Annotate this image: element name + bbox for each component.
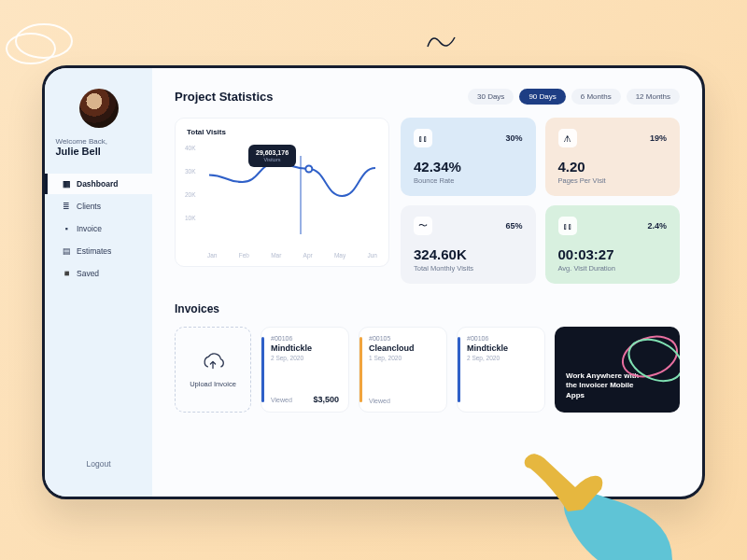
stat-percent: 2.4% bbox=[647, 221, 667, 231]
y-axis: 40K30K20K10K bbox=[185, 145, 196, 221]
range-pill-6months[interactable]: 6 Months bbox=[571, 89, 621, 105]
nav-icon: ▤ bbox=[62, 246, 71, 256]
svg-point-0 bbox=[7, 34, 55, 63]
header: Project Statistics 30 Days90 Days6 Month… bbox=[175, 89, 680, 105]
logout-link[interactable]: Logout bbox=[87, 459, 111, 469]
stat-card-avg-visit-duration[interactable]: ⫾⫾2.4%00:03:27Avg. Visit Duration bbox=[545, 205, 681, 284]
chart-title: Total Visits bbox=[187, 128, 377, 136]
tooltip-label: Visitors bbox=[256, 157, 289, 162]
bars-icon: ⫾⫾ bbox=[414, 129, 432, 147]
trend-icon: 〜 bbox=[414, 217, 432, 235]
stat-percent: 30% bbox=[505, 133, 522, 143]
nav-label: Saved bbox=[77, 269, 99, 278]
invoice-date: 1 Sep, 2020 bbox=[369, 355, 437, 361]
invoice-status: Viewed bbox=[369, 398, 390, 404]
x-tick: Feb bbox=[239, 252, 249, 259]
invoice-id: #00106 bbox=[271, 335, 339, 342]
svg-point-4 bbox=[617, 330, 680, 384]
invoice-name: Mindtickle bbox=[271, 343, 339, 353]
x-tick: Jun bbox=[367, 252, 376, 259]
stat-card-bounce-rate[interactable]: ⫾⫾30%42.34%Bounce Rate bbox=[401, 118, 536, 196]
range-pills: 30 Days90 Days6 Months12 Months bbox=[468, 89, 680, 105]
page-title: Project Statistics bbox=[175, 90, 274, 104]
x-axis: JanFebMarAprMayJun bbox=[207, 252, 377, 259]
pulse-icon: ⩚ bbox=[558, 129, 577, 147]
sidebar-item-clients[interactable]: ≣Clients bbox=[45, 196, 152, 217]
svg-point-3 bbox=[305, 165, 312, 172]
svg-point-1 bbox=[16, 24, 72, 58]
tooltip-value: 29,603,176 bbox=[256, 149, 289, 156]
invoice-id: #00105 bbox=[369, 335, 437, 342]
nav-icon: ▪ bbox=[62, 224, 71, 233]
stat-card-total-monthly-visits[interactable]: 〜65%324.60KTotal Monthly Visits bbox=[401, 205, 536, 284]
nav-label: Estimates bbox=[77, 246, 111, 256]
cloud-upload-icon bbox=[201, 352, 225, 372]
y-tick: 10K bbox=[185, 215, 196, 221]
nav-icon: ≣ bbox=[62, 202, 71, 211]
nav: ▦Dashboard≣Clients▪Invoice▤Estimates◾Sav… bbox=[45, 174, 152, 284]
x-tick: Apr bbox=[303, 252, 313, 259]
sidebar-item-dashboard[interactable]: ▦Dashboard bbox=[45, 174, 152, 194]
stat-label: Bounce Rate bbox=[414, 176, 523, 185]
invoice-date: 2 Sep, 2020 bbox=[271, 355, 339, 361]
range-pill-30days[interactable]: 30 Days bbox=[468, 89, 514, 105]
bars-icon: ⫾⫾ bbox=[558, 217, 577, 235]
y-tick: 30K bbox=[185, 168, 196, 175]
invoice-name: Cleancloud bbox=[369, 343, 437, 353]
welcome-text: Welcome Back, bbox=[56, 137, 142, 146]
stats-grid: ⫾⫾30%42.34%Bounce Rate⩚19%4.20Pages Per … bbox=[401, 118, 680, 284]
nav-label: Dashboard bbox=[77, 179, 118, 189]
stat-label: Pages Per Visit bbox=[558, 176, 668, 185]
range-pill-90days[interactable]: 90 Days bbox=[519, 89, 565, 105]
app-frame: Welcome Back, Julie Bell ▦Dashboard≣Clie… bbox=[42, 65, 705, 499]
promo-rings-icon bbox=[614, 330, 680, 386]
sidebar-item-saved[interactable]: ◾Saved bbox=[45, 263, 152, 284]
invoices-title: Invoices bbox=[175, 302, 680, 315]
invoice-name: Mindtickle bbox=[467, 343, 535, 353]
x-tick: May bbox=[334, 252, 345, 259]
sidebar-item-estimates[interactable]: ▤Estimates bbox=[45, 241, 152, 261]
invoice-card[interactable]: #00106Mindtickle2 Sep, 2020Viewed$3,500 bbox=[261, 327, 349, 413]
invoices-row: Upload Invoice #00106Mindtickle2 Sep, 20… bbox=[175, 327, 680, 413]
invoice-date: 2 Sep, 2020 bbox=[467, 355, 535, 361]
main: Project Statistics 30 Days90 Days6 Month… bbox=[152, 68, 702, 497]
nav-icon: ▦ bbox=[62, 179, 71, 189]
stats-row: Total Visits 40K30K20K10K 29,603,176 Vis… bbox=[175, 118, 680, 284]
range-pill-12months[interactable]: 12 Months bbox=[627, 89, 680, 105]
y-tick: 40K bbox=[185, 145, 196, 151]
invoice-status: Viewed bbox=[271, 397, 292, 403]
stat-label: Total Monthly Visits bbox=[414, 264, 523, 273]
x-tick: Mar bbox=[271, 252, 281, 259]
nav-label: Clients bbox=[77, 202, 101, 211]
stat-percent: 19% bbox=[650, 133, 667, 143]
total-visits-chart: Total Visits 40K30K20K10K 29,603,176 Vis… bbox=[175, 118, 389, 267]
chart-tooltip: 29,603,176 Visitors bbox=[248, 145, 296, 167]
upload-label: Upload Invoice bbox=[190, 380, 236, 388]
invoice-card[interactable]: #00105Cleancloud1 Sep, 2020Viewed bbox=[359, 327, 447, 413]
stat-card-pages-per-visit[interactable]: ⩚19%4.20Pages Per Visit bbox=[545, 118, 681, 196]
sidebar: Welcome Back, Julie Bell ▦Dashboard≣Clie… bbox=[45, 68, 152, 497]
x-tick: Jan bbox=[207, 252, 217, 259]
nav-label: Invoice bbox=[77, 224, 102, 233]
stat-percent: 65% bbox=[505, 221, 522, 231]
promo-card[interactable]: Work Anywhere with the Invoicer Mobile A… bbox=[555, 327, 680, 413]
stat-value: 42.34% bbox=[414, 159, 523, 175]
stat-value: 4.20 bbox=[558, 159, 668, 175]
invoice-id: #00106 bbox=[467, 335, 535, 342]
user-name: Julie Bell bbox=[56, 146, 142, 157]
nav-icon: ◾ bbox=[62, 269, 71, 278]
stat-value: 00:03:27 bbox=[558, 246, 668, 262]
upload-invoice-button[interactable]: Upload Invoice bbox=[175, 327, 251, 413]
sidebar-item-invoice[interactable]: ▪Invoice bbox=[45, 218, 152, 239]
avatar[interactable] bbox=[79, 89, 119, 128]
stat-label: Avg. Visit Duration bbox=[558, 264, 668, 273]
stat-value: 324.60K bbox=[414, 246, 523, 262]
invoice-card[interactable]: #00106Mindtickle2 Sep, 2020 bbox=[457, 327, 545, 413]
y-tick: 20K bbox=[185, 191, 196, 198]
invoice-amount: $3,500 bbox=[313, 395, 339, 404]
